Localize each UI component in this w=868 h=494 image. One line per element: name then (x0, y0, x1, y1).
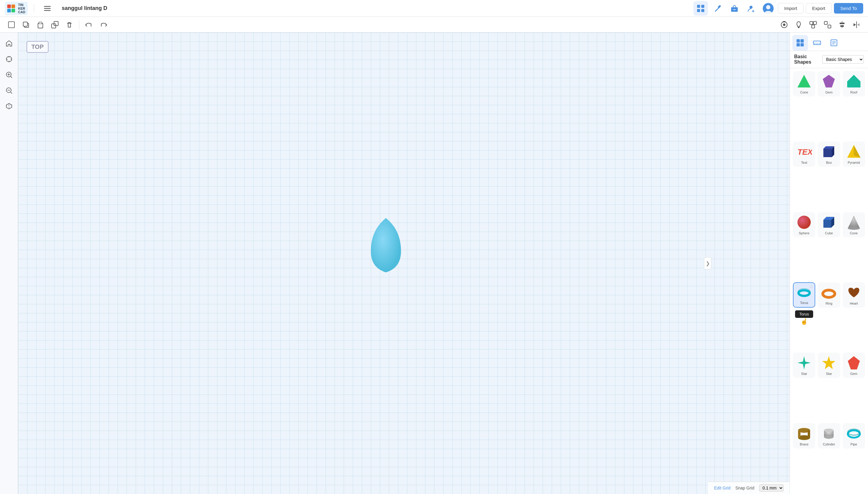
view-toolbar-button[interactable] (5, 18, 18, 31)
svg-marker-40 (857, 23, 860, 26)
shape-torus[interactable]: ☆ Torus Torus ☝ (793, 282, 815, 308)
right-panel: Basic Shapes Basic Shapes Featured Text … (790, 33, 868, 494)
shape-sphere[interactable]: Sphere (793, 212, 815, 238)
build-button[interactable] (710, 1, 725, 16)
svg-rect-79 (823, 220, 831, 228)
svg-rect-73 (823, 149, 832, 157)
shape-cube[interactable]: Cube (818, 212, 840, 238)
ungroup-button[interactable] (821, 18, 834, 31)
sendto-button[interactable]: Send To (834, 3, 863, 14)
group-button[interactable] (807, 18, 820, 31)
svg-rect-58 (801, 43, 804, 46)
svg-point-94 (824, 429, 834, 432)
paste-button[interactable] (34, 18, 47, 31)
app-logo: TINKERCAD (5, 2, 28, 15)
3d-view-button[interactable] (3, 100, 15, 112)
svg-rect-2 (44, 10, 51, 11)
shapes-panel-button[interactable] (792, 35, 808, 51)
favorite-torus-button[interactable]: ☆ (810, 284, 813, 289)
add-user-button[interactable] (744, 1, 758, 16)
home-view-button[interactable] (3, 37, 15, 50)
grid-view-button[interactable] (693, 1, 708, 16)
shape-star4[interactable]: Star (793, 353, 815, 378)
shapes-panel-header: Basic Shapes Basic Shapes Featured Text … (790, 51, 868, 68)
svg-rect-18 (23, 22, 27, 26)
duplicate-button[interactable] (48, 18, 61, 31)
redo-button[interactable] (97, 18, 110, 31)
delete-button[interactable] (63, 18, 76, 31)
zoom-in-button[interactable] (3, 69, 15, 81)
notes-panel-button[interactable] (826, 35, 842, 51)
copy-button[interactable] (19, 18, 33, 31)
svg-rect-31 (824, 21, 827, 24)
svg-marker-82 (848, 216, 860, 228)
align-button[interactable] (835, 18, 849, 31)
canvas-area[interactable]: TOP ❯ Edit Grid Snap Grid 0.1 mm 0 (18, 33, 790, 494)
collapse-panel-button[interactable]: ❯ (704, 257, 711, 269)
right-panel-icons (790, 33, 868, 51)
user-avatar[interactable] (761, 1, 775, 16)
shape-roof[interactable]: Roof (843, 71, 865, 96)
svg-rect-1 (44, 8, 51, 9)
svg-rect-56 (801, 39, 804, 42)
canvas-shape[interactable] (362, 215, 410, 277)
export-button[interactable]: Export (806, 3, 831, 14)
svg-rect-16 (8, 22, 15, 28)
svg-point-86 (823, 290, 835, 297)
snap-grid-select[interactable]: 0.1 mm 0.5 mm 1 mm 5 mm (759, 484, 784, 492)
shape-gem2[interactable]: Gem (843, 353, 865, 378)
undo-button[interactable] (82, 18, 96, 31)
svg-rect-9 (733, 10, 736, 10)
reset-view-button[interactable] (3, 53, 15, 65)
svg-rect-92 (808, 430, 810, 438)
shape-cylinder[interactable]: Cylinder (818, 423, 840, 449)
shape-pyramid[interactable]: Pyramid (843, 141, 865, 167)
shape-cone[interactable]: Cone (793, 71, 815, 96)
svg-point-24 (783, 23, 785, 26)
cursor-indicator: ☝ (801, 318, 808, 325)
shape-text3d[interactable]: TEXT Text (793, 141, 815, 167)
svg-rect-30 (812, 25, 815, 28)
measurements-panel-button[interactable] (809, 35, 825, 51)
svg-rect-28 (810, 21, 813, 24)
zoom-out-button[interactable] (3, 84, 15, 96)
menu-button[interactable] (40, 1, 55, 16)
shape-heart[interactable]: Heart (843, 282, 865, 308)
svg-rect-57 (796, 43, 800, 46)
svg-line-52 (11, 92, 12, 94)
svg-rect-0 (44, 6, 51, 7)
svg-rect-5 (697, 9, 700, 12)
top-navigation: TINKERCAD sanggul lintang D (0, 0, 868, 17)
svg-rect-20 (39, 22, 42, 24)
svg-text:TEXT: TEXT (797, 148, 812, 156)
shape-gem[interactable]: Gem (818, 71, 840, 96)
svg-marker-39 (853, 23, 856, 26)
svg-rect-25 (783, 21, 785, 22)
import-button[interactable]: Import (778, 3, 804, 14)
edit-grid-label[interactable]: Edit Grid (714, 486, 730, 490)
view-mode-button[interactable] (777, 18, 791, 31)
shapes-title: Basic Shapes (794, 54, 822, 65)
left-sidebar (0, 33, 18, 494)
svg-rect-3 (697, 5, 700, 8)
shapes-category-select[interactable]: Basic Shapes Featured Text & Numbers Con… (822, 55, 864, 64)
main-area: TOP ❯ Edit Grid Snap Grid 0.1 mm 0 (0, 33, 868, 494)
svg-rect-6 (701, 9, 704, 12)
shape-cone2[interactable]: Cone (843, 212, 865, 238)
svg-rect-55 (796, 39, 800, 42)
projects-button[interactable] (727, 1, 742, 16)
edit-toolbar (0, 17, 868, 33)
shape-star5[interactable]: Star (818, 353, 840, 378)
bottom-bar: Edit Grid Snap Grid 0.1 mm 0.5 mm 1 mm 5… (708, 482, 790, 494)
svg-rect-4 (701, 5, 704, 8)
shape-pipe[interactable]: Pipe (843, 423, 865, 449)
svg-rect-32 (828, 25, 831, 28)
view-label: TOP (26, 41, 49, 53)
shape-box[interactable]: Box (818, 141, 840, 167)
mirror-button[interactable] (850, 18, 863, 31)
hide-show-button[interactable] (792, 18, 805, 31)
shape-brace[interactable]: Brace (793, 423, 815, 449)
svg-point-95 (824, 435, 834, 439)
svg-point-78 (797, 216, 811, 229)
shape-ring[interactable]: Ring (818, 282, 840, 308)
